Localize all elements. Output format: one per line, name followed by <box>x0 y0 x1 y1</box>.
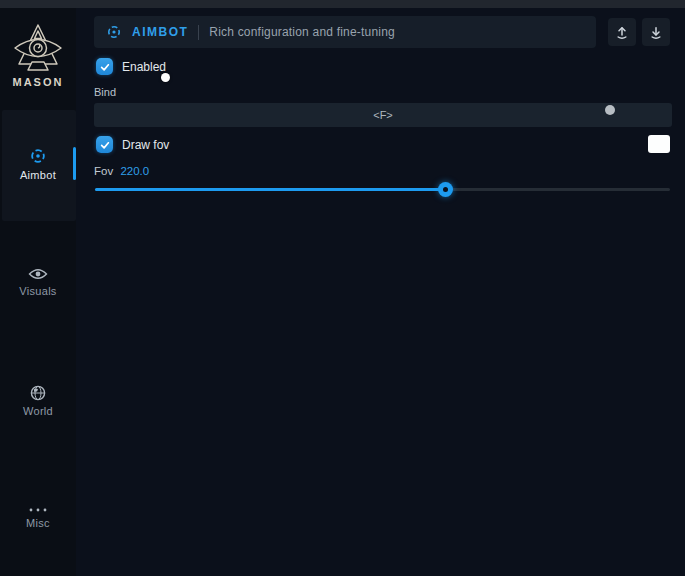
fov-slider[interactable] <box>95 188 670 192</box>
ellipsis-icon <box>28 507 48 513</box>
fov-color-picker[interactable] <box>648 135 670 153</box>
bind-key-input[interactable]: <F> <box>94 103 672 127</box>
check-icon <box>99 61 111 73</box>
download-icon <box>649 25 663 40</box>
page-header: AIMBOT Rich configuration and fine-tunin… <box>94 16 596 48</box>
sidebar-item-label: Visuals <box>0 285 76 297</box>
brand-logo: MASON <box>0 22 76 88</box>
sidebar: MASON Aimbot Visuals World Misc <box>0 8 76 576</box>
check-icon <box>99 139 111 151</box>
enabled-checkbox[interactable] <box>96 58 113 75</box>
mason-eye-pyramid-icon <box>12 22 64 74</box>
fov-label: Fov <box>94 165 113 177</box>
globe-icon <box>30 385 46 401</box>
window-titlebar <box>0 0 685 8</box>
slider-fill <box>95 188 445 191</box>
draw-fov-checkbox[interactable] <box>96 136 113 153</box>
bind-key-value: <F> <box>373 109 393 121</box>
sidebar-item-visuals[interactable]: Visuals <box>0 267 76 297</box>
eye-icon <box>28 267 48 281</box>
draw-fov-label: Draw fov <box>122 138 169 152</box>
slider-handle[interactable] <box>438 182 453 197</box>
crosshair-icon <box>29 147 47 165</box>
brand-name: MASON <box>0 76 76 88</box>
sidebar-item-misc[interactable]: Misc <box>0 507 76 529</box>
upload-icon <box>615 25 629 40</box>
header-divider <box>198 25 199 40</box>
mouse-cursor-dot <box>161 73 170 82</box>
fov-value: 220.0 <box>120 165 149 177</box>
sidebar-item-world[interactable]: World <box>0 385 76 417</box>
sidebar-item-label: Misc <box>0 517 76 529</box>
sidebar-item-aimbot[interactable]: Aimbot <box>0 147 76 181</box>
bind-field-dot <box>605 105 615 115</box>
bind-label: Bind <box>94 86 116 98</box>
sidebar-item-label: Aimbot <box>0 169 76 181</box>
export-config-button[interactable] <box>608 18 636 46</box>
page-subtitle: Rich configuration and fine-tuning <box>209 25 395 39</box>
import-config-button[interactable] <box>642 18 670 46</box>
crosshair-icon <box>106 24 122 40</box>
page-title: AIMBOT <box>132 25 188 39</box>
sidebar-item-label: World <box>0 405 76 417</box>
enabled-label: Enabled <box>122 60 166 74</box>
fov-value-row: Fov 220.0 <box>94 165 149 177</box>
